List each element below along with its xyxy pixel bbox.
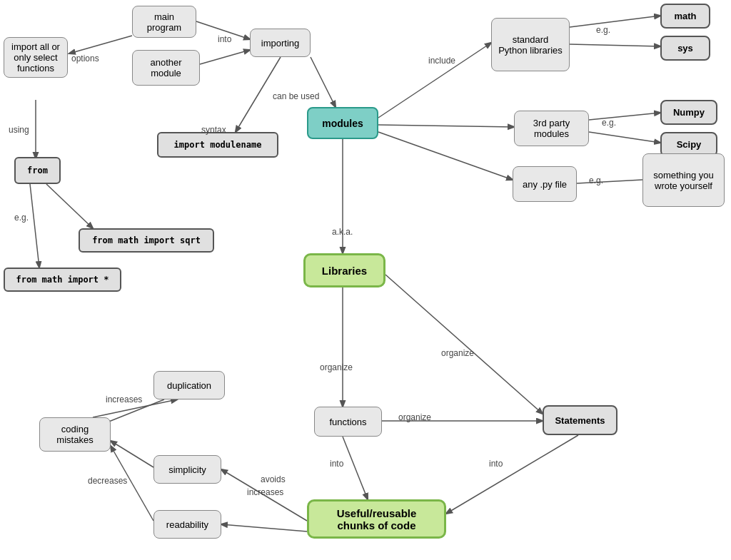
import-modulename-node: import modulename [157, 132, 278, 158]
eg-label1: e.g. [14, 213, 29, 223]
include-label: include [428, 56, 455, 66]
can-be-used-label: can be used [273, 91, 319, 101]
third-party-node: 3rd party modules [514, 111, 589, 146]
simplicity-node: simplicity [153, 455, 221, 484]
syntax-label: syntax [201, 125, 226, 135]
from-math-sqrt-label: from math import sqrt [92, 235, 201, 245]
svg-line-20 [343, 437, 368, 499]
math-node: math [660, 4, 710, 29]
importing-node: importing [250, 29, 311, 57]
from-keyword-label: from [27, 166, 48, 175]
simplicity-label: simplicity [168, 464, 206, 475]
svg-line-8 [378, 43, 491, 118]
options-label: options [71, 54, 99, 63]
svg-line-14 [589, 132, 660, 143]
into-label1: into [218, 34, 231, 44]
organize-label3: organize [398, 412, 431, 422]
functions-label: functions [329, 417, 366, 427]
eg-label2: e.g. [596, 25, 610, 35]
svg-line-12 [570, 44, 660, 46]
import-modulename-label: import modulename [174, 140, 262, 150]
concept-map: import all or only select functions main… [0, 0, 731, 560]
svg-line-24 [111, 441, 153, 467]
svg-line-21 [446, 435, 578, 514]
scipy-label: Scipy [677, 139, 702, 150]
any-py-label: any .py file [523, 179, 567, 190]
svg-line-2 [30, 184, 39, 268]
using-label: using [9, 125, 29, 135]
organize-label1: organize [441, 348, 474, 358]
svg-line-15 [577, 180, 642, 183]
svg-line-11 [570, 16, 660, 27]
increases-label1: increases [106, 394, 142, 404]
svg-line-9 [378, 125, 514, 127]
organize-label2: organize [320, 362, 353, 372]
svg-line-3 [69, 36, 132, 54]
from-math-sqrt-node: from math import sqrt [79, 228, 214, 253]
another-module-label: another module [138, 57, 193, 78]
from-math-star-label: from math import * [16, 275, 109, 285]
into-label3: into [489, 459, 503, 469]
readability-label: readability [166, 519, 208, 530]
svg-line-18 [385, 275, 543, 414]
libraries-node: Libraries [303, 253, 385, 287]
numpy-label: Numpy [673, 107, 705, 118]
sys-label: sys [677, 43, 693, 54]
readability-node: readability [153, 510, 221, 539]
standard-python-label: standard Python libraries [498, 34, 563, 56]
avoids-label: avoids [261, 474, 286, 484]
statements-label: Statements [555, 415, 605, 426]
import-all-label: import all or only select functions [10, 41, 61, 73]
useful-chunks-label: Useful/reusable chunks of code [318, 507, 435, 531]
libraries-label: Libraries [322, 265, 367, 277]
standard-python-node: standard Python libraries [491, 18, 570, 71]
import-all-node: import all or only select functions [4, 14, 68, 100]
something-yourself-label: something you wrote yourself [649, 170, 718, 191]
eg-label3: e.g. [602, 118, 616, 128]
aka-label: a.k.a. [332, 227, 353, 237]
increases-label2: increases [247, 487, 283, 497]
something-yourself-node: something you wrote yourself [642, 153, 725, 207]
sys-node: sys [660, 36, 710, 61]
duplication-node: duplication [153, 371, 225, 399]
any-py-node: any .py file [513, 166, 577, 202]
svg-line-10 [378, 132, 513, 180]
modules-node: modules [307, 107, 378, 139]
coding-mistakes-label: coding mistakes [46, 424, 104, 445]
third-party-label: 3rd party modules [520, 118, 583, 139]
from-math-star-node: from math import * [4, 268, 121, 292]
modules-label: modules [322, 118, 363, 129]
from-keyword-node: from [14, 157, 61, 184]
math-label: math [674, 11, 696, 21]
svg-line-1 [46, 184, 93, 228]
main-program-label: main program [138, 11, 190, 33]
decreases-label: decreases [88, 476, 127, 486]
duplication-label: duplication [167, 380, 211, 391]
statements-node: Statements [543, 405, 617, 435]
svg-line-5 [200, 50, 250, 64]
svg-line-13 [589, 113, 660, 120]
svg-line-23 [221, 524, 307, 531]
eg-label4: e.g. [589, 175, 603, 185]
importing-label: importing [261, 38, 299, 49]
numpy-node: Numpy [660, 100, 717, 125]
useful-chunks-node: Useful/reusable chunks of code [307, 499, 446, 539]
into-label2: into [330, 459, 343, 469]
coding-mistakes-node: coding mistakes [39, 417, 111, 452]
functions-node: functions [314, 407, 382, 437]
another-module-node: another module [132, 50, 200, 86]
main-program-node: main program [132, 6, 196, 38]
